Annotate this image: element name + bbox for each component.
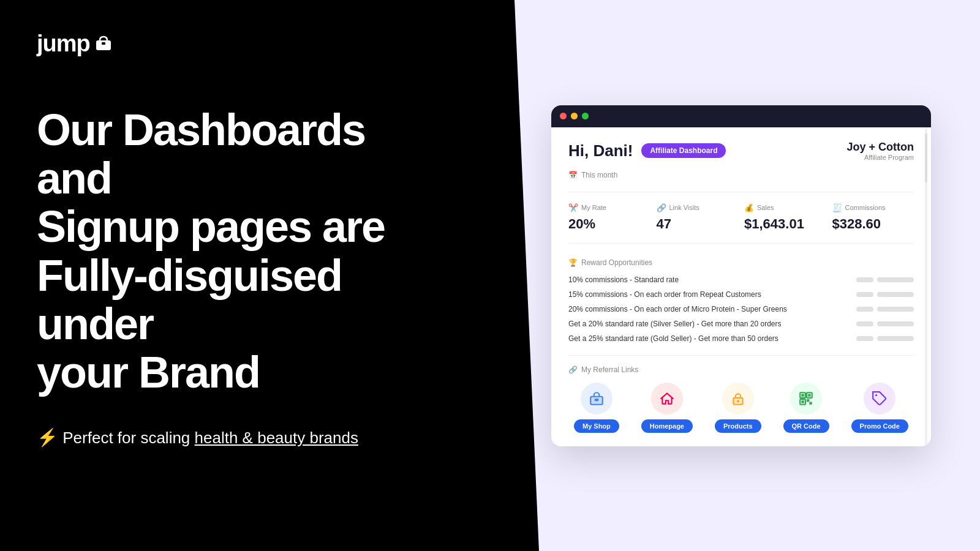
scroll-indicator[interactable] <box>925 127 927 446</box>
bar-long <box>877 321 914 326</box>
my-shop-button[interactable]: My Shop <box>574 419 619 433</box>
card-header: Hi, Dani! Affiliate Dashboard Joy + Cott… <box>568 141 914 161</box>
commissions-label: Commissions <box>845 204 886 211</box>
link-section-icon: 🔗 <box>568 365 578 374</box>
referral-link-promo[interactable]: Promo Code <box>851 383 908 433</box>
visits-value: 47 <box>657 216 739 232</box>
bar-short <box>856 307 873 312</box>
reward-bars-2 <box>856 292 914 297</box>
reward-text-3: 20% commissions - On each order of Micro… <box>568 305 787 313</box>
qr-code-button[interactable]: QR Code <box>783 419 829 433</box>
reward-item-2: 15% commissions - On each order from Rep… <box>568 290 914 299</box>
rate-value: 20% <box>568 216 650 232</box>
left-panel: jump Our Dashboards and Signup pages are… <box>0 0 478 551</box>
promo-code-button[interactable]: Promo Code <box>851 419 908 433</box>
reward-text-1: 10% commissions - Standard rate <box>568 276 679 284</box>
homepage-button[interactable]: Homepage <box>641 419 693 433</box>
reward-section: 🏆 Reward Opportunities 10% commissions -… <box>568 258 914 343</box>
svg-point-16 <box>875 394 877 395</box>
visits-label: Link Visits <box>669 204 699 211</box>
reward-item-4: Get a 20% standard rate (Silver Seller) … <box>568 320 914 328</box>
reward-bars-3 <box>856 307 914 312</box>
logo: jump <box>37 31 441 57</box>
bar-short <box>856 292 873 297</box>
promo-icon <box>864 383 895 414</box>
reward-text-4: Get a 20% standard rate (Silver Seller) … <box>568 320 782 328</box>
svg-rect-14 <box>807 399 809 402</box>
bar-long <box>877 336 914 341</box>
svg-rect-13 <box>802 400 804 403</box>
bar-long <box>877 307 914 312</box>
dot-green <box>582 113 589 119</box>
svg-rect-15 <box>810 402 812 404</box>
svg-point-7 <box>737 400 739 402</box>
reward-text-5: Get a 25% standard rate (Gold Seller) - … <box>568 334 778 343</box>
headline: Our Dashboards and Signup pages are Full… <box>37 106 441 397</box>
greeting: Hi, Dani! <box>568 141 633 160</box>
sales-icon: 💰 <box>744 203 754 212</box>
commissions-value: $328.60 <box>832 216 914 232</box>
dot-red <box>560 113 567 119</box>
window-bar <box>551 105 931 127</box>
bar-long <box>877 277 914 282</box>
referral-links: My Shop Homepage <box>568 383 914 433</box>
greeting-section: Hi, Dani! Affiliate Dashboard <box>568 141 726 160</box>
calendar-icon: 📅 <box>568 171 578 179</box>
products-button[interactable]: Products <box>715 419 761 433</box>
logo-icon <box>92 32 115 54</box>
referral-section: 🔗 My Referral Links My <box>568 355 914 433</box>
referral-link-homepage[interactable]: Homepage <box>641 383 693 433</box>
reward-list: 10% commissions - Standard rate 15% comm… <box>568 276 914 343</box>
reward-bars-4 <box>856 321 914 326</box>
date-label: This month <box>581 171 617 179</box>
sales-label: Sales <box>757 204 774 211</box>
qr-icon <box>790 383 822 414</box>
reward-bars-1 <box>856 277 914 282</box>
brand-subtitle: Affiliate Program <box>846 154 914 161</box>
tagline-text: Perfect for scaling <box>62 429 194 447</box>
reward-bars-5 <box>856 336 914 341</box>
rate-label: My Rate <box>581 204 606 211</box>
stat-sales: 💰 Sales $1,643.01 <box>744 203 826 232</box>
lightning-icon: ⚡ <box>37 428 58 447</box>
link-icon: 🔗 <box>657 203 666 212</box>
stats-row: ✂️ My Rate 20% 🔗 Link Visits 47 💰 Sale <box>568 192 914 244</box>
reward-item-1: 10% commissions - Standard rate <box>568 276 914 284</box>
my-shop-icon <box>581 383 612 414</box>
date-row: 📅 This month <box>568 171 914 179</box>
svg-rect-0 <box>96 40 111 50</box>
trophy-icon: 🏆 <box>568 258 578 267</box>
stat-commissions: 🧾 Commissions $328.60 <box>832 203 914 232</box>
scroll-thumb <box>925 133 927 182</box>
svg-rect-4 <box>595 399 599 401</box>
referral-link-qr[interactable]: QR Code <box>783 383 829 433</box>
products-icon <box>722 383 754 414</box>
card-body: Hi, Dani! Affiliate Dashboard Joy + Cott… <box>551 127 931 446</box>
stat-link-visits: 🔗 Link Visits 47 <box>657 203 739 232</box>
right-panel: Hi, Dani! Affiliate Dashboard Joy + Cott… <box>478 0 980 551</box>
bar-short <box>856 321 873 326</box>
brand-section: Joy + Cotton Affiliate Program <box>846 141 914 161</box>
referral-link-products[interactable]: Products <box>715 383 761 433</box>
bar-short <box>856 277 873 282</box>
logo-text: jump <box>37 31 90 57</box>
commissions-icon: 🧾 <box>832 203 842 212</box>
reward-item-3: 20% commissions - On each order of Micro… <box>568 305 914 313</box>
dashboard-card: Hi, Dani! Affiliate Dashboard Joy + Cott… <box>551 105 931 446</box>
bar-short <box>856 336 873 341</box>
referral-title: 🔗 My Referral Links <box>568 365 914 374</box>
bar-long <box>877 292 914 297</box>
brand-name: Joy + Cotton <box>846 141 914 154</box>
dot-yellow <box>571 113 578 119</box>
tagline: ⚡ Perfect for scaling health & beauty br… <box>37 427 441 448</box>
reward-item-5: Get a 25% standard rate (Gold Seller) - … <box>568 334 914 343</box>
homepage-icon <box>651 383 683 414</box>
tagline-highlight: health & beauty brands <box>195 429 358 447</box>
rate-icon: ✂️ <box>568 203 578 212</box>
stat-my-rate: ✂️ My Rate 20% <box>568 203 650 232</box>
referral-link-my-shop[interactable]: My Shop <box>574 383 619 433</box>
reward-title: 🏆 Reward Opportunities <box>568 258 914 267</box>
sales-value: $1,643.01 <box>744 216 826 232</box>
svg-rect-12 <box>808 394 810 396</box>
svg-rect-11 <box>802 394 804 396</box>
